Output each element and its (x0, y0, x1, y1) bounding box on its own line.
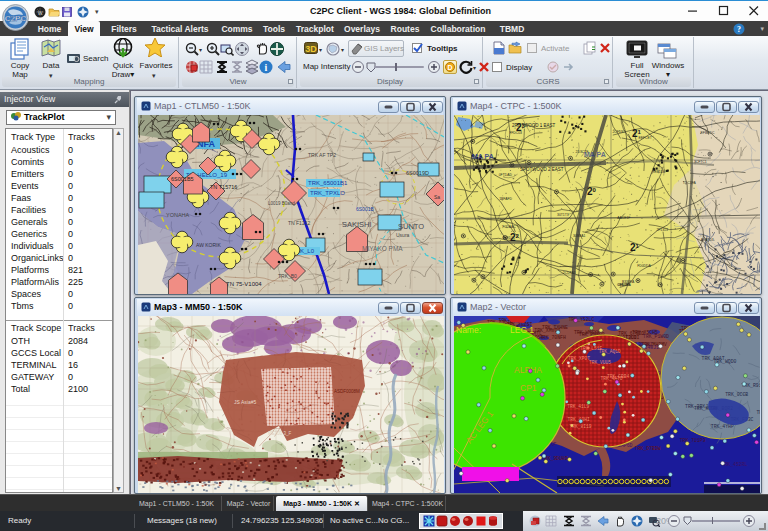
svg-text:AACE1F: AACE1F (617, 216, 630, 220)
svg-text:TRK_TXHNE: TRK_TXHNE (542, 325, 568, 330)
svg-text:6S0019D: 6S0019D (406, 170, 429, 176)
svg-text:2F1313: 2F1313 (656, 228, 668, 232)
svg-text:CP1: CP1 (520, 383, 537, 393)
svg-text:TRK_O7BDW: TRK_O7BDW (635, 446, 661, 451)
svg-text:6S001B5: 6S001B5 (171, 176, 194, 182)
svg-text:FFDC03: FFDC03 (509, 131, 522, 135)
svg-text:TRK_4ATO: TRK_4ATO (600, 376, 622, 381)
svg-text:TRK_VUU5: TRK_VUU5 (589, 360, 611, 365)
svg-text:TRK_XP0T: TRK_XP0T (568, 356, 590, 361)
svg-text:F0DAAC: F0DAAC (502, 225, 516, 229)
svg-text:TRK_YS2LC: TRK_YS2LC (568, 317, 594, 322)
svg-text:?: ? (737, 25, 741, 34)
svg-text:ASDF0008M: ASDF0008M (334, 389, 360, 394)
svg-text:30BBA1: 30BBA1 (573, 234, 586, 238)
svg-text:TDC3FA: TDC3FA (683, 181, 697, 185)
svg-text:2CDTA3: 2CDTA3 (563, 271, 576, 275)
svg-text:TN F1212: TN F1212 (288, 220, 310, 226)
svg-text:TRK_41L9: TRK_41L9 (567, 404, 589, 409)
svg-text:6S001B: 6S001B (356, 206, 374, 212)
svg-text:YONAHA: YONAHA (166, 212, 190, 218)
svg-text:AW KORIK: AW KORIK (196, 242, 221, 248)
svg-text:TRK_TPXLO: TRK_TPXLO (310, 190, 345, 196)
svg-text:Usura: Usura (396, 232, 410, 238)
svg-text:TRK_70NFH: TRK_70NFH (540, 335, 566, 340)
svg-text:TRK_8I19: TRK_8I19 (570, 424, 592, 429)
svg-text:3D: 3D (305, 44, 317, 54)
svg-text:MIYAKO PMA: MIYAKO PMA (362, 245, 403, 252)
svg-text:EFBEDC: EFBEDC (701, 131, 715, 135)
svg-text:ME300 3_F: ME300 3_F (268, 431, 292, 436)
svg-text:SUNTO: SUNTO (398, 222, 424, 231)
svg-text:L0019 B0and: L0019 B0and (268, 201, 295, 206)
svg-text:Sa: Sa (434, 194, 440, 200)
svg-text:LEG 1: LEG 1 (510, 325, 534, 335)
svg-text:TRK AF TP2: TRK AF TP2 (308, 152, 336, 158)
svg-text:TRK_0CCB: TRK_0CCB (725, 392, 748, 397)
svg-text:TRK_65001B1: TRK_65001B1 (308, 180, 348, 186)
svg-text:TRK_7U1P9: TRK_7U1P9 (680, 438, 706, 443)
svg-text:0FTDAD: 0FTDAD (499, 173, 513, 177)
svg-text:i: i (265, 62, 268, 73)
svg-text:B0ED11: B0ED11 (502, 236, 514, 240)
svg-text:EEFCET: EEFCET (639, 136, 652, 140)
svg-text:2CF03C: 2CF03C (612, 130, 625, 134)
svg-text:SPOTWOOD 2 EAST: SPOTWOOD 2 EAST (520, 167, 564, 172)
svg-text:JS Asia#5: JS Asia#5 (234, 399, 256, 405)
svg-text:30T1T3: 30T1T3 (557, 213, 569, 217)
svg-text:TRK_P1W0D: TRK_P1W0D (643, 334, 669, 339)
svg-text:TRK_0SXI: TRK_0SXI (756, 410, 760, 415)
svg-text:1BFAFD: 1BFAFD (499, 197, 512, 201)
svg-text:TN T15716: TN T15716 (210, 184, 237, 190)
svg-text:C2PC: C2PC (5, 14, 27, 23)
svg-text:TRK_452RL: TRK_452RL (722, 462, 748, 467)
svg-text:TRK_A0AT: TRK_A0AT (702, 356, 725, 361)
svg-text:2ROTWOOD 1 EAST: 2ROTWOOD 1 EAST (512, 123, 556, 128)
svg-text:TRK_3RXJ: TRK_3RXJ (685, 404, 708, 409)
svg-text:MA PA: MA PA (472, 153, 494, 160)
svg-text:MA PA: MA PA (584, 151, 606, 158)
svg-text:ALPHA: ALPHA (514, 365, 542, 375)
svg-text:W: W (38, 10, 43, 16)
svg-text:EEB1DB: EEB1DB (652, 170, 666, 174)
svg-text:TRK_WMSYK: TRK_WMSYK (574, 330, 600, 335)
svg-text:3CFTC1: 3CFTC1 (694, 160, 707, 164)
svg-text:TRK_B0: TRK_B0 (278, 273, 297, 279)
svg-text:AEATD3: AEATD3 (701, 238, 714, 242)
svg-text:0FD2EA: 0FD2EA (618, 283, 632, 287)
svg-text:TN 75-V1004: TN 75-V1004 (226, 281, 262, 287)
svg-text:SAKISHI: SAKISHI (342, 220, 372, 229)
svg-text:Name:: Name: (456, 325, 481, 335)
svg-text:FD0DDA: FD0DDA (637, 264, 651, 268)
svg-text:D: D (447, 64, 452, 71)
